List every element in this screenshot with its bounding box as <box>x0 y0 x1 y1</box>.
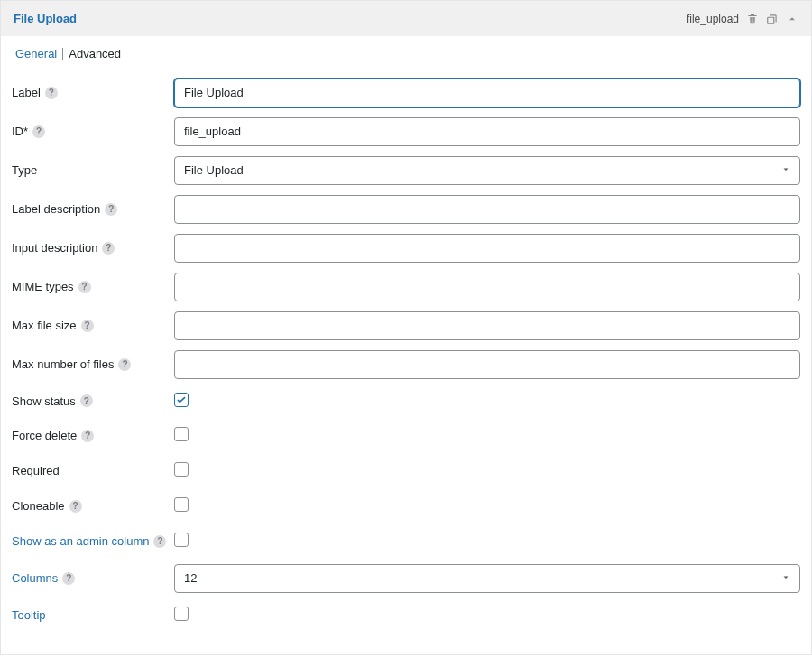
admin-column-checkbox[interactable] <box>174 533 189 547</box>
help-icon[interactable]: ? <box>62 572 75 585</box>
panel-header: File Upload file_upload <box>1 1 811 36</box>
row-tooltip: Tooltip <box>10 598 802 633</box>
field-label[interactable]: Columns <box>12 571 58 585</box>
row-mime-types: MIME types ? <box>10 267 802 306</box>
cloneable-checkbox[interactable] <box>174 497 189 512</box>
row-max-files: Max number of files ? <box>10 345 802 384</box>
help-icon[interactable]: ? <box>81 320 94 332</box>
row-columns: Columns ? 12 <box>10 559 802 598</box>
help-icon[interactable]: ? <box>45 87 58 99</box>
row-label: Label ? <box>10 73 802 112</box>
label-description-input[interactable] <box>174 195 800 224</box>
field-label: Input description <box>12 241 97 255</box>
row-label-description: Label description ? <box>10 190 802 228</box>
row-required: Required <box>10 453 802 488</box>
field-label: Type <box>12 163 37 177</box>
field-label[interactable]: Show as an admin column <box>12 534 149 548</box>
field-panel: File Upload file_upload General Advanced… <box>0 0 812 655</box>
required-checkbox[interactable] <box>174 462 189 477</box>
help-icon[interactable]: ? <box>69 500 82 513</box>
field-label: Show status <box>12 394 76 408</box>
field-label: Cloneable <box>12 499 65 513</box>
help-icon[interactable]: ? <box>81 430 94 442</box>
id-input[interactable] <box>174 117 800 146</box>
help-icon[interactable]: ? <box>118 358 131 371</box>
tabs: General Advanced <box>1 36 811 68</box>
help-icon[interactable]: ? <box>80 394 93 407</box>
duplicate-icon[interactable] <box>766 13 779 25</box>
max-files-input[interactable] <box>174 350 800 379</box>
help-icon[interactable]: ? <box>102 242 115 255</box>
row-input-description: Input description ? <box>10 228 802 267</box>
panel-header-actions: file_upload <box>687 13 798 25</box>
row-max-file-size: Max file size ? <box>10 306 802 345</box>
field-label: Force delete <box>12 429 77 442</box>
row-force-delete: Force delete ? <box>10 418 802 453</box>
field-label[interactable]: Tooltip <box>12 608 46 622</box>
force-delete-checkbox[interactable] <box>174 427 189 441</box>
tab-advanced[interactable]: Advanced <box>63 47 126 60</box>
field-label: Max file size <box>12 319 77 332</box>
row-cloneable: Cloneable ? <box>10 488 802 524</box>
show-status-checkbox[interactable] <box>174 393 189 407</box>
help-icon[interactable]: ? <box>78 281 91 293</box>
panel-title: File Upload <box>14 12 77 25</box>
row-id: ID* ? <box>10 112 802 151</box>
input-description-input[interactable] <box>174 234 800 263</box>
row-admin-column: Show as an admin column ? <box>10 524 802 559</box>
mime-types-input[interactable] <box>174 273 800 301</box>
row-show-status: Show status ? <box>10 384 802 418</box>
field-label: ID* <box>12 125 28 138</box>
field-label: Required <box>12 464 60 477</box>
tooltip-checkbox[interactable] <box>174 607 189 621</box>
row-type: Type File Upload <box>10 151 802 190</box>
help-icon[interactable]: ? <box>105 203 117 216</box>
collapse-icon[interactable] <box>786 13 798 25</box>
help-icon[interactable]: ? <box>153 535 166 548</box>
form-body: Label ? ID* ? Type File Up <box>1 68 811 654</box>
type-select[interactable]: File Upload <box>174 156 800 185</box>
trash-icon[interactable] <box>746 13 759 25</box>
field-label: Max number of files <box>12 357 114 371</box>
label-input[interactable] <box>174 79 800 107</box>
field-label: Label description <box>12 202 100 216</box>
max-file-size-input[interactable] <box>174 311 800 340</box>
field-slug: file_upload <box>687 13 739 25</box>
field-label: Label <box>12 86 41 99</box>
help-icon[interactable]: ? <box>32 125 45 138</box>
field-label: MIME types <box>12 280 74 293</box>
columns-select[interactable]: 12 <box>174 564 800 593</box>
tab-general[interactable]: General <box>10 47 62 60</box>
